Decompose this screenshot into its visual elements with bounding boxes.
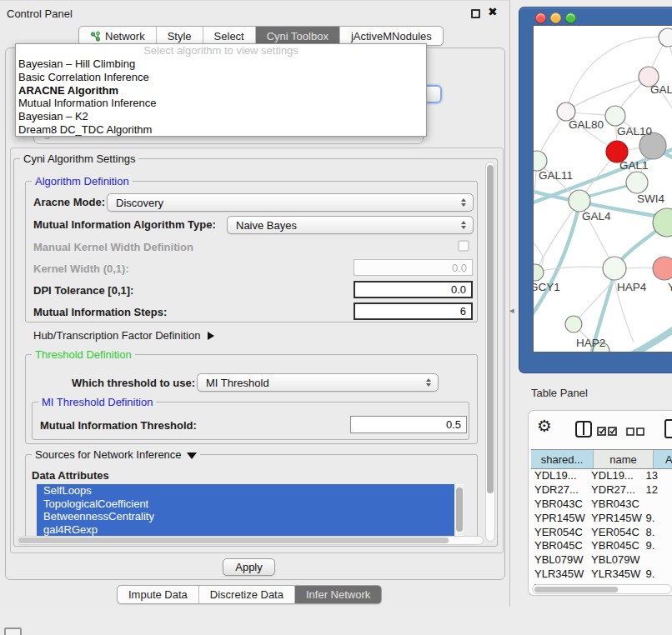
- network-edge: [627, 326, 672, 352]
- kernel-width-field[interactable]: 0.0: [354, 259, 473, 276]
- table-cell: YDL19...: [588, 469, 642, 483]
- deselect-all-checkboxes-icon[interactable]: [626, 426, 648, 437]
- cyni-settings-legend: Cyni Algorithm Settings: [20, 152, 138, 165]
- table-cell: YDR27...: [531, 483, 588, 498]
- network-graph: GALGAL80GAL10GAL1GAL11SWI4GAL4GCY1HAP4YH…: [534, 26, 672, 352]
- network-node-swi4[interactable]: [626, 172, 648, 193]
- dpi-tolerance-value: 0.0: [451, 283, 466, 296]
- table-row[interactable]: YLR345WYLR345W9.: [531, 568, 672, 582]
- table-column-header-shared[interactable]: shared...: [531, 450, 594, 468]
- mi-type-value: Naive Bayes: [236, 219, 297, 232]
- network-edge: [534, 204, 579, 324]
- algorithm-option-bayesian-hill-climbing[interactable]: Bayesian – Hill Climbing: [16, 58, 426, 71]
- hub-definition-toggle[interactable]: Hub/Transcription Factor Definition: [33, 329, 214, 342]
- table-row[interactable]: YBR043CYBR043C: [531, 498, 672, 512]
- manual-kernel-checkbox[interactable]: [458, 240, 469, 252]
- table-cell: YDL19...: [531, 469, 588, 483]
- network-edge: [534, 161, 537, 234]
- network-node-gcy1[interactable]: [534, 264, 544, 281]
- table-column-header-name[interactable]: name: [594, 450, 654, 468]
- attribute-item-gal4rgexp[interactable]: gal4RGexp: [37, 523, 454, 537]
- network-node-gal10[interactable]: [605, 106, 625, 126]
- tab-network[interactable]: Network: [79, 27, 157, 45]
- attribute-item-betweennesscentrality[interactable]: BetweennessCentrality: [37, 510, 454, 523]
- network-node-label-swi4: SWI4: [637, 192, 664, 205]
- network-view-window: GALGAL80GAL10GAL1GAL11SWI4GAL4GCY1HAP4YH…: [519, 7, 672, 373]
- bottom-left-partial-icon[interactable]: [4, 628, 22, 635]
- sources-legend-label: Sources for Network Inference: [35, 448, 182, 461]
- tab-jactivemnodules[interactable]: jActiveMNodules: [340, 27, 443, 45]
- table-hscrollbar-thumb[interactable]: [534, 587, 618, 592]
- expanded-arrow-icon: [187, 452, 197, 459]
- network-node-hap4[interactable]: [603, 257, 626, 280]
- combo-stepper-icon: [461, 221, 466, 229]
- window-zoom-traffic-light[interactable]: [565, 12, 576, 23]
- kernel-width-value: 0.0: [452, 262, 467, 274]
- sources-legend[interactable]: Sources for Network Inference: [32, 448, 200, 461]
- table-row[interactable]: YBR045CYBR045C9.: [531, 539, 672, 553]
- table-cell: YLR345W: [588, 568, 642, 582]
- network-node-hap2[interactable]: [565, 316, 582, 332]
- settings-vscrollbar-thumb[interactable]: [487, 165, 494, 493]
- network-node-unlabeled-salmon[interactable]: [653, 257, 672, 280]
- aracne-mode-label: Aracne Mode:: [33, 196, 105, 208]
- network-canvas[interactable]: GALGAL80GAL10GAL1GAL11SWI4GAL4GCY1HAP4YH…: [533, 25, 672, 352]
- panel-collapse-arrow[interactable]: ◂: [509, 305, 514, 316]
- dpi-tolerance-field[interactable]: 0.0: [354, 281, 473, 298]
- window-minimize-traffic-light[interactable]: [550, 12, 561, 23]
- popup-item-list: Bayesian – Hill ClimbingBasic Correlatio…: [16, 58, 426, 137]
- table-row[interactable]: YER054CYER054C8.: [531, 526, 672, 540]
- window-close-traffic-light[interactable]: [535, 12, 546, 23]
- table-row[interactable]: YPR145WYPR145W9.: [531, 512, 672, 526]
- table-cell: 9.: [643, 539, 672, 553]
- network-node-label-gal80: GAL80: [569, 118, 604, 131]
- network-node-label-hap4: HAP4: [617, 281, 647, 293]
- attributes-scroll-thumb[interactable]: [456, 488, 463, 532]
- table-rows: YDL19...YDL19...13YDR27...YDR27...12YBR0…: [531, 469, 672, 587]
- mi-steps-value: 6: [460, 305, 466, 318]
- network-node-gal11[interactable]: [534, 151, 547, 171]
- tab-select[interactable]: Select: [203, 27, 256, 45]
- attribute-item-topologicalcoefficient[interactable]: TopologicalCoefficient: [37, 498, 454, 511]
- table-cell: [643, 553, 672, 568]
- network-edge: [535, 201, 579, 272]
- cyni-tab-discretize-data[interactable]: Discretize Data: [199, 586, 295, 603]
- cyni-tab-infer-network[interactable]: Infer Network: [295, 586, 381, 603]
- algorithm-option-bayesian-k2[interactable]: Bayesian – K2: [16, 110, 426, 123]
- table-column-header-a[interactable]: A: [654, 450, 672, 468]
- new-table-icon[interactable]: [664, 419, 672, 438]
- tab-label: jActiveMNodules: [351, 30, 432, 42]
- cyni-tab-impute-data[interactable]: Impute Data: [118, 586, 199, 603]
- network-node-gal4[interactable]: [569, 190, 590, 212]
- tab-cyni-toolbox[interactable]: Cyni Toolbox: [256, 27, 340, 45]
- network-node-label-gal11: GAL11: [539, 169, 573, 182]
- which-threshold-combo[interactable]: MI Threshold: [197, 373, 439, 392]
- close-window-icon[interactable]: ✖: [488, 5, 498, 18]
- algorithm-option-dream8-dc-tdc-algorithm[interactable]: Dream8 DC_TDC Algorithm: [16, 123, 426, 137]
- settings-hscrollbar-thumb[interactable]: [18, 538, 449, 543]
- mi-type-combo[interactable]: Naive Bayes: [227, 216, 474, 234]
- network-node-label-gal: GAL: [650, 83, 672, 96]
- attribute-item-selfloops[interactable]: SelfLoops: [37, 484, 454, 498]
- table-hscrollbar[interactable]: [532, 584, 672, 594]
- algorithm-option-basic-correlation-inference[interactable]: Basic Correlation Inference: [16, 71, 426, 84]
- mi-steps-field[interactable]: 6: [354, 302, 473, 320]
- float-window-icon[interactable]: [471, 9, 480, 18]
- table-row[interactable]: YDL19...YDL19...13: [531, 469, 672, 483]
- algorithm-definition-legend: Algorithm Definition: [32, 175, 133, 188]
- table-row[interactable]: YDR27...YDR27...12: [531, 483, 672, 498]
- column-layout-icon[interactable]: [575, 421, 592, 438]
- gear-icon[interactable]: ⚙: [537, 418, 552, 434]
- mi-threshold-field[interactable]: 0.5: [350, 416, 467, 433]
- tab-style[interactable]: Style: [157, 27, 203, 45]
- algorithm-option-aracne-algorithm[interactable]: ARACNE Algorithm: [16, 84, 426, 98]
- apply-button[interactable]: Apply: [223, 558, 275, 576]
- network-node-label-hap2: HAP2: [576, 337, 605, 349]
- screen: Control Panel ✖ NetworkStyleSelectCyni T…: [0, 0, 672, 635]
- select-all-checkboxes-icon[interactable]: [597, 426, 619, 437]
- data-attributes-list[interactable]: SelfLoopsTopologicalCoefficientBetweenne…: [37, 484, 464, 536]
- network-node-unlabeled-top[interactable]: [659, 28, 672, 47]
- aracne-mode-combo[interactable]: Discovery: [107, 193, 474, 212]
- algorithm-option-mutual-information-inference[interactable]: Mutual Information Inference: [16, 97, 426, 110]
- table-row[interactable]: YBL079WYBL079W: [531, 553, 672, 568]
